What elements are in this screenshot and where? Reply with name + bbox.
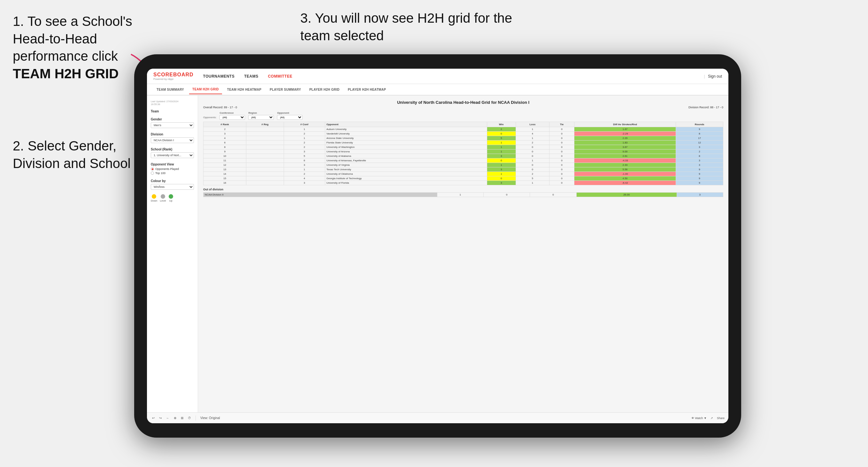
nav-tournaments[interactable]: TOURNAMENTS — [203, 74, 235, 79]
view-original-button[interactable]: View: Original — [199, 415, 221, 421]
nav-teams[interactable]: TEAMS — [244, 74, 258, 79]
redo-button[interactable]: ↪ — [158, 415, 163, 421]
colour-by-section: Colour by Win/loss — [151, 179, 194, 190]
forward-button[interactable]: ⊕ — [173, 415, 178, 421]
team-label: Team — [151, 110, 194, 113]
annotation-3: 3. You will now see H2H grid for the tea… — [300, 9, 518, 44]
logo-text: SCOREBOARD — [153, 72, 194, 77]
table-header-row: # Rank # Reg # Conf Opponent Win Loss Ti… — [204, 122, 723, 127]
team-section: Team — [151, 110, 194, 113]
subnav-player-summary[interactable]: PLAYER SUMMARY — [267, 85, 304, 94]
toolbar-separator — [195, 415, 196, 421]
share-button[interactable]: Share — [717, 416, 724, 420]
th-rounds: Rounds — [676, 122, 723, 127]
data-title: University of North Carolina Head-to-Hea… — [203, 100, 723, 105]
data-header: University of North Carolina Head-to-Hea… — [203, 100, 723, 109]
subnav-player-h2h-heatmap[interactable]: PLAYER H2H HEATMAP — [345, 85, 389, 94]
gender-label: Gender — [151, 118, 194, 121]
gender-select[interactable]: Men's — [151, 122, 194, 128]
colour-by-select[interactable]: Win/loss — [151, 184, 194, 190]
sub-nav: TEAM SUMMARY TEAM H2H GRID TEAM H2H HEAT… — [147, 84, 728, 95]
back-button[interactable]: ← — [165, 415, 170, 421]
timer-button[interactable]: ⏱ — [187, 415, 192, 421]
out-of-div-label: Out of division — [203, 188, 723, 191]
legend-level-icon — [161, 194, 165, 199]
table-row: 10 5 University of Alabama 3 0 0 2.61 8 — [204, 154, 723, 158]
opponent-view-label: Opponent View — [151, 163, 194, 166]
table-row: 16 3 University of Florida 3 1 0 -6.42 9 — [204, 181, 723, 185]
legend-up-icon — [169, 194, 173, 199]
legend-down-icon — [152, 194, 156, 199]
nav-committee[interactable]: COMMITTEE — [268, 74, 292, 79]
left-panel: Last Updated: 27/03/202416:55:38 Team Ge… — [147, 95, 198, 412]
table-row: 13 1 Texas Tech University 3 0 0 5.56 9 — [204, 167, 723, 172]
nav-right: | Sign out — [704, 74, 722, 79]
ann3-text: 3. You will now see H2H grid for the tea… — [300, 10, 512, 43]
overall-record: Overall Record: 89 - 17 - 0 — [203, 106, 237, 109]
th-reg: # Reg — [246, 122, 284, 127]
logo-sub: Powered by clippi — [153, 77, 194, 81]
radio-top-100[interactable]: Top 100 — [151, 172, 194, 175]
nav-items: TOURNAMENTS TEAMS COMMITTEE — [203, 74, 704, 79]
records-row: Overall Record: 89 - 17 - 0 Division Rec… — [203, 106, 723, 109]
radio-group: Opponents Played Top 100 — [151, 167, 194, 175]
th-tie: Tie — [550, 122, 575, 127]
table-row: 4 1 Arizona State University 5 1 0 2.29 … — [204, 136, 723, 141]
tablet-frame: SCOREBOARD Powered by clippi TOURNAMENTS… — [134, 54, 741, 438]
sign-out-button[interactable]: Sign out — [708, 74, 722, 79]
table-row: 3 2 Vanderbilt University 0 4 0 -2.29 8 — [204, 132, 723, 136]
annotation-2: 2. Select Gender, Division and School — [13, 137, 141, 172]
division-section: Division NCAA Division I — [151, 132, 194, 143]
timestamp: Last Updated: 27/03/202416:55:38 — [151, 100, 194, 106]
region-select[interactable]: (All) — [248, 115, 274, 120]
opponent-view-section: Opponent View Opponents Played Top 100 — [151, 163, 194, 175]
th-diff: Diff Av Strokes/Rnd — [574, 122, 676, 127]
th-opponent: Opponent — [325, 122, 487, 127]
table-row: 12 3 University of Virginia 1 0 0 2.33 3 — [204, 163, 723, 167]
colour-by-label: Colour by — [151, 179, 194, 183]
share-icon: ↗ — [711, 416, 713, 420]
school-section: School (Rank) 1. University of Nort... — [151, 148, 194, 158]
watch-button[interactable]: 👁 Watch ▼ — [691, 416, 707, 420]
division-select[interactable]: NCAA Division I — [151, 137, 194, 143]
toolbar-right: 👁 Watch ▼ ↗ Share — [691, 416, 724, 420]
school-select[interactable]: 1. University of Nort... — [151, 152, 194, 158]
opponents-label: Opponents: — [203, 116, 216, 120]
opponent-select[interactable]: (All) — [277, 115, 303, 120]
school-label: School (Rank) — [151, 148, 194, 151]
th-win: Win — [487, 122, 516, 127]
gender-section: Gender Men's — [151, 118, 194, 128]
data-panel: University of North Carolina Head-to-Hea… — [198, 95, 728, 412]
division-label: Division — [151, 132, 194, 136]
subnav-team-h2h-heatmap[interactable]: TEAM H2H HEATMAP — [224, 85, 265, 94]
nav-bar: SCOREBOARD Powered by clippi TOURNAMENTS… — [147, 69, 728, 84]
table-row: 8 2 University of Washington 1 0 0 3.67 … — [204, 145, 723, 150]
subnav-team-summary[interactable]: TEAM SUMMARY — [153, 85, 187, 94]
legend-level: Level — [160, 194, 166, 202]
th-conf: # Conf — [284, 122, 325, 127]
table-row: 6 2 Florida State University 1 2 0 1.83 … — [204, 141, 723, 145]
logo-area: SCOREBOARD Powered by clippi — [153, 72, 194, 81]
table-row: 14 2 University of Oklahoma 1 2 0 -1.00 … — [204, 172, 723, 176]
color-legend: Down Level Up — [151, 194, 194, 202]
crop-button[interactable]: ⊞ — [180, 415, 185, 421]
conference-select[interactable]: (All) — [219, 115, 245, 120]
legend-up: Up — [169, 194, 173, 202]
subnav-player-h2h-grid[interactable]: PLAYER H2H GRID — [306, 85, 343, 94]
table-row: 15 4 Georgia Institute of Technology 0 5… — [204, 176, 723, 181]
ann1-bold: TEAM H2H GRID — [13, 66, 119, 81]
conference-filter: Conference (All) — [219, 112, 245, 120]
subnav-team-h2h-grid[interactable]: TEAM H2H GRID — [189, 85, 222, 94]
undo-button[interactable]: ↩ — [151, 415, 156, 421]
bottom-toolbar: ↩ ↪ ← ⊕ ⊞ ⏱ View: Original 👁 Watch ▼ ↗ S… — [147, 412, 728, 423]
region-filter: Region (All) — [248, 112, 274, 120]
ann2-text: 2. Select Gender, Division and School — [13, 138, 131, 171]
ann1-text: 1. To see a School's Head-to-Head perfor… — [13, 14, 132, 64]
table-row: 11 6 University of Arkansas, Fayettevill… — [204, 158, 723, 163]
th-rank: # Rank — [204, 122, 246, 127]
radio-opponents-played[interactable]: Opponents Played — [151, 167, 194, 170]
out-of-div-table: NCAA Division II 1 0 0 26.00 3 — [203, 192, 723, 197]
main-content: Last Updated: 27/03/202416:55:38 Team Ge… — [147, 95, 728, 412]
out-of-div-row: NCAA Division II 1 0 0 26.00 3 — [204, 193, 723, 197]
filter-row: Opponents: Conference (All) Region (All) — [203, 112, 723, 120]
